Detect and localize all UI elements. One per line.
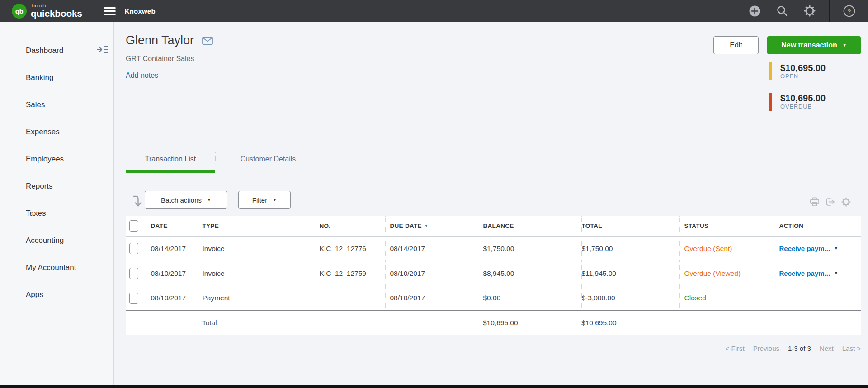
create-plus-icon[interactable] [748, 5, 761, 17]
topbar-actions: ? [748, 0, 855, 22]
cell-due-date: 08/10/2017 [385, 261, 483, 286]
quickbooks-logo[interactable]: qb intuit quickbooks [12, 4, 82, 19]
cell-total: $-3,000.00 [581, 286, 679, 311]
select-all-checkbox[interactable] [129, 220, 138, 232]
hamburger-menu-icon[interactable] [104, 7, 116, 15]
column-header-balance[interactable]: BALANCE [483, 216, 581, 236]
edit-button[interactable]: Edit [713, 36, 759, 54]
sidebar-item-apps[interactable]: Apps [0, 281, 113, 308]
sort-arrow-icon[interactable] [132, 195, 142, 210]
receive-payment-link[interactable]: Receive paym... [779, 245, 830, 252]
brand-wordmark: intuit quickbooks [31, 4, 82, 18]
total-total: $10,695.00 [581, 311, 679, 335]
table-row: 08/10/2017 Invoice KIC_12_12759 08/10/20… [126, 261, 861, 286]
customer-header: Glenn Taylor [126, 33, 213, 47]
active-tab-underline [126, 170, 215, 173]
open-summary: $10,695.00 OPEN [769, 62, 826, 80]
column-header-status[interactable]: STATUS [679, 216, 779, 236]
row-checkbox[interactable] [129, 293, 138, 304]
receive-payment-link[interactable]: Receive paym... [779, 270, 830, 277]
email-icon[interactable] [202, 37, 213, 45]
sidebar-item-banking[interactable]: Banking [0, 64, 113, 91]
sidebar-nav: Dashboard Banking Sales Expenses Employe… [0, 22, 113, 308]
chevron-down-icon[interactable]: ▼ [834, 246, 838, 251]
row-checkbox[interactable] [129, 243, 138, 254]
table-settings-gear-icon[interactable] [841, 197, 851, 207]
sidebar-item-accounting[interactable]: Accounting [0, 227, 113, 254]
column-header-total[interactable]: TOTAL [581, 216, 679, 236]
sidebar-item-my-accountant[interactable]: My Accountant [0, 254, 113, 281]
sidebar-item-taxes[interactable]: Taxes [0, 200, 113, 227]
chevron-down-icon: ▼ [207, 198, 211, 202]
batch-actions-button[interactable]: Batch actions ▼ [145, 191, 227, 209]
cell-action: ▼ [779, 286, 861, 311]
customer-company: GRT Container Sales [126, 55, 194, 63]
sort-descending-icon: ▼ [425, 224, 428, 228]
tab-transaction-list[interactable]: Transaction List [126, 151, 215, 168]
bottom-bar [0, 385, 868, 388]
cell-balance: $1,750.00 [483, 236, 581, 261]
tab-customer-details[interactable]: Customer Details [216, 151, 321, 168]
qb-monogram-icon: qb [12, 4, 27, 19]
svg-text:?: ? [847, 8, 851, 14]
cell-no [315, 286, 385, 311]
cell-type: Invoice [198, 261, 315, 286]
cell-no: KIC_12_12759 [315, 261, 385, 286]
topbar-divider [829, 0, 830, 22]
status-badge: Closed [684, 294, 706, 302]
help-icon[interactable]: ? [843, 5, 855, 17]
main-content: Glenn Taylor GRT Container Sales Add not… [114, 22, 868, 385]
chevron-down-icon: ▼ [273, 198, 277, 202]
pagination-previous[interactable]: Previous [753, 345, 779, 352]
cell-type: Payment [198, 286, 315, 311]
sidebar-item-reports[interactable]: Reports [0, 173, 113, 200]
filter-button[interactable]: Filter ▼ [238, 191, 291, 209]
cell-balance: $0.00 [483, 286, 581, 311]
transaction-table: DATE TYPE NO. DUE DATE▼ BALANCE TOTAL ST… [126, 216, 861, 335]
open-label: OPEN [780, 73, 826, 80]
column-header-due-date[interactable]: DUE DATE▼ [385, 216, 483, 236]
pagination-first[interactable]: < First [726, 345, 745, 352]
column-header-action[interactable]: ACTION [779, 216, 861, 236]
print-icon[interactable] [810, 197, 820, 207]
new-transaction-button[interactable]: New transaction ▼ [767, 36, 861, 54]
collapse-sidebar-icon[interactable] [97, 45, 109, 56]
cell-balance: $8,945.00 [483, 261, 581, 286]
total-row: Total $10,695.00 $10,695.00 [126, 311, 861, 335]
column-header-date[interactable]: DATE [146, 216, 198, 236]
total-balance: $10,695.00 [483, 311, 581, 335]
gear-icon[interactable] [803, 5, 816, 17]
overdue-amount: $10,695.00 [780, 93, 826, 103]
column-header-no[interactable]: NO. [315, 216, 385, 236]
chevron-down-icon[interactable]: ▼ [834, 271, 838, 275]
quickbooks-customer-page: qb intuit quickbooks Knoxweb [0, 0, 868, 388]
cell-action: Receive paym... ▼ [779, 236, 861, 261]
tab-bar: Transaction List Customer Details [126, 151, 861, 174]
sidebar-item-sales[interactable]: Sales [0, 91, 113, 118]
cell-total: $11,945.00 [581, 261, 679, 286]
sidebar-item-employees[interactable]: Employees [0, 146, 113, 173]
quickbooks-label: quickbooks [31, 9, 82, 18]
export-icon[interactable] [826, 197, 835, 207]
add-notes-link[interactable]: Add notes [126, 71, 158, 80]
overdue-label: OVERDUE [780, 103, 826, 110]
column-header-type[interactable]: TYPE [198, 216, 315, 236]
cell-total: $1,750.00 [581, 236, 679, 261]
pagination-next[interactable]: Next [820, 345, 834, 352]
search-icon[interactable] [776, 5, 788, 17]
open-amount: $10,695.00 [780, 63, 826, 73]
row-checkbox[interactable] [129, 268, 138, 279]
sidebar-item-expenses[interactable]: Expenses [0, 118, 113, 146]
pagination-range: 1-3 of 3 [788, 345, 811, 352]
balance-summary: $10,695.00 OPEN $10,695.00 OVERDUE [769, 62, 826, 111]
cell-type: Invoice [198, 236, 315, 261]
intuit-label: intuit [32, 4, 82, 8]
cell-date: 08/10/2017 [146, 286, 198, 311]
sidebar: Dashboard Banking Sales Expenses Employe… [0, 22, 114, 385]
cell-no: KIC_12_12776 [315, 236, 385, 261]
new-transaction-label: New transaction [781, 41, 837, 49]
pagination-last[interactable]: Last > [842, 345, 861, 352]
overdue-summary: $10,695.00 OVERDUE [769, 93, 826, 111]
company-name: Knoxweb [125, 7, 156, 15]
chevron-down-icon: ▼ [843, 43, 847, 47]
